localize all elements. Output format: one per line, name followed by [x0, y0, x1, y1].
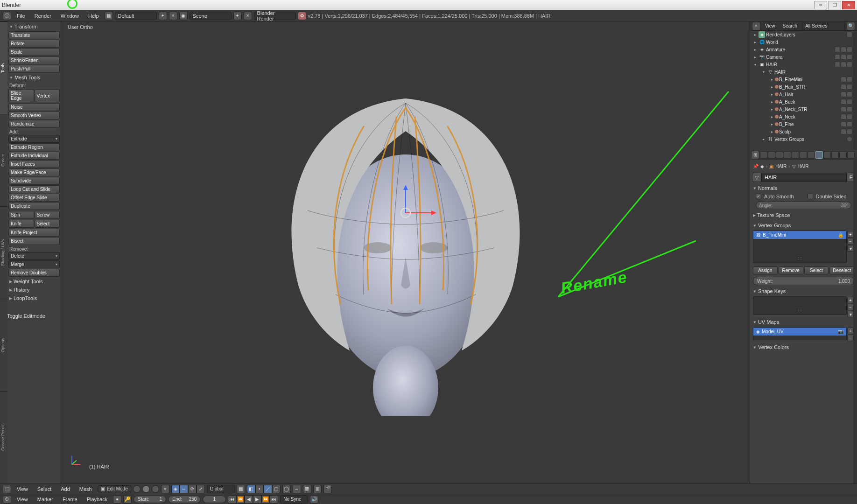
- uvmap-remove-button[interactable]: −: [847, 335, 854, 341]
- grip-icon[interactable]: ∷: [753, 308, 846, 314]
- current-frame-field[interactable]: 1: [203, 496, 226, 503]
- grip-icon[interactable]: ∷: [753, 256, 846, 262]
- menu-file[interactable]: File: [13, 12, 29, 20]
- meshdata-icon[interactable]: ▽: [752, 173, 761, 182]
- viewport-editor-icon[interactable]: ⬚: [3, 485, 11, 493]
- uv-map-item[interactable]: ◈ Model_UV 📷: [753, 328, 846, 336]
- outliner-row[interactable]: ▸📷Camera: [750, 53, 857, 61]
- tmenu-playback[interactable]: Playback: [83, 496, 112, 503]
- shape-keys-list[interactable]: ∷ + − ▾: [753, 296, 847, 315]
- outliner-row[interactable]: ▸🌐World: [750, 38, 857, 46]
- extrude-individual-button[interactable]: Extrude Individual: [8, 152, 60, 160]
- rotate-manipulator-button[interactable]: ⟳: [188, 485, 197, 493]
- translate-manipulator-button[interactable]: ↔: [180, 485, 188, 493]
- weight-slider[interactable]: Weight: 1.000: [753, 277, 854, 285]
- keyframe-next-button[interactable]: ⏩: [261, 495, 270, 504]
- autokey-button[interactable]: ●: [113, 495, 121, 504]
- outliner-row[interactable]: ▸A_Neck: [750, 113, 857, 120]
- expand-toggle-icon[interactable]: ▸: [753, 48, 758, 52]
- expand-toggle-icon[interactable]: ▸: [770, 77, 774, 82]
- face-select-button[interactable]: ▢: [272, 485, 281, 493]
- limit-selection-button[interactable]: ◧: [247, 485, 255, 493]
- shrink-fatten-button[interactable]: Shrink/Fatten: [8, 56, 60, 64]
- snap-element-button[interactable]: ⊞: [313, 485, 322, 493]
- mode-selector[interactable]: ▣ Edit Mode: [98, 485, 131, 492]
- layout-selector[interactable]: Default: [115, 12, 157, 20]
- panel-transform-header[interactable]: Transform: [8, 22, 60, 31]
- shading-flat-button[interactable]: [133, 485, 140, 493]
- lock-icon[interactable]: 🔒: [838, 232, 843, 238]
- slide-edge-button[interactable]: Slide Edge: [8, 89, 34, 102]
- prop-tab-world[interactable]: [784, 151, 791, 159]
- auto-smooth-checkbox[interactable]: ✓: [756, 194, 761, 199]
- subdivide-button[interactable]: Subdivide: [8, 177, 60, 185]
- camera-icon[interactable]: 📷: [838, 329, 843, 334]
- vgroup-add-button[interactable]: +: [847, 231, 854, 238]
- outliner-row[interactable]: ▸B_Fine: [750, 120, 857, 128]
- restrict-rend-button[interactable]: [847, 54, 852, 60]
- render-engine-selector[interactable]: Blender Render: [254, 12, 296, 20]
- expand-toggle-icon[interactable]: ▸: [770, 107, 774, 112]
- mesh-name-input[interactable]: [761, 173, 847, 182]
- jump-end-button[interactable]: ⏭: [270, 495, 278, 504]
- scale-manipulator-button[interactable]: ⤢: [197, 485, 205, 493]
- restrict-sel-button[interactable]: [841, 47, 846, 52]
- extrude-dropdown[interactable]: Extrude: [8, 135, 60, 143]
- keyframe-prev-button[interactable]: ⏪: [236, 495, 245, 504]
- 3d-viewport[interactable]: User Ortho: [61, 21, 750, 483]
- expand-toggle-icon[interactable]: ▸: [753, 40, 758, 44]
- screw-button[interactable]: Screw: [35, 211, 60, 219]
- keying-set-button[interactable]: 🔑: [123, 495, 132, 504]
- panel-uv-maps-header[interactable]: UV Maps: [752, 318, 855, 326]
- restrict-sel-button[interactable]: [841, 62, 846, 67]
- merge-dropdown[interactable]: Merge: [8, 260, 60, 268]
- deselect-button[interactable]: Deselect: [829, 266, 854, 274]
- vtab-create[interactable]: Create: [0, 114, 7, 206]
- expand-toggle-icon[interactable]: ▸: [770, 130, 774, 134]
- angle-slider[interactable]: Angle: 30°: [756, 202, 851, 209]
- outliner-row[interactable]: ▾▣HAIR: [750, 61, 857, 68]
- expand-toggle-icon[interactable]: ▸: [770, 122, 774, 126]
- screen-layout-icon[interactable]: ▦: [105, 12, 113, 20]
- vtab-tools[interactable]: Tools: [0, 21, 7, 114]
- scene-remove-button[interactable]: ×: [244, 12, 252, 20]
- shading-textured-button[interactable]: [152, 485, 159, 493]
- outliner-scrollbar[interactable]: [853, 31, 857, 150]
- outliner-row[interactable]: ▸⛓Vertex Groups: [750, 135, 857, 143]
- vtab-options[interactable]: Options: [0, 299, 7, 391]
- vmenu-mesh[interactable]: Mesh: [76, 485, 96, 493]
- shapekey-remove-button[interactable]: −: [847, 304, 854, 310]
- crumb-object[interactable]: HAIR: [775, 164, 787, 169]
- outliner-search-icon[interactable]: 🔍: [847, 22, 855, 30]
- vtab-shading-uvs[interactable]: Shading / UVs: [0, 206, 7, 299]
- snap-button[interactable]: 𝌆: [303, 485, 311, 493]
- scene-add-button[interactable]: +: [233, 12, 242, 20]
- vertex-select-button[interactable]: •: [255, 485, 264, 493]
- smooth-vertex-button[interactable]: Smooth Vertex: [8, 112, 60, 119]
- prop-tab-data[interactable]: [815, 151, 823, 159]
- expand-toggle-icon[interactable]: ▸: [770, 115, 774, 119]
- outliner-row[interactable]: ▸Scalp: [750, 128, 857, 135]
- knife-select-button[interactable]: Select: [35, 220, 60, 228]
- outliner-row[interactable]: ▸◆RenderLayers: [750, 31, 857, 38]
- panel-vertex-colors-header[interactable]: Vertex Colors: [752, 343, 855, 351]
- make-edge-face-button[interactable]: Make Edge/Face: [8, 168, 60, 176]
- info-editor-icon[interactable]: ⓘ: [3, 12, 11, 20]
- vgroup-specials-button[interactable]: ▾: [847, 245, 854, 252]
- panel-history-header[interactable]: History: [8, 286, 60, 294]
- restrict-sel-button[interactable]: [841, 54, 846, 60]
- minimize-button[interactable]: ━: [814, 1, 827, 9]
- play-reverse-button[interactable]: ◀: [245, 495, 253, 504]
- tmenu-marker[interactable]: Marker: [34, 496, 57, 503]
- expand-toggle-icon[interactable]: ▸: [753, 55, 758, 59]
- noise-button[interactable]: Noise: [8, 103, 60, 111]
- vmenu-select[interactable]: Select: [34, 485, 56, 493]
- layers-button-1[interactable]: ▦: [237, 485, 245, 493]
- vtab-grease-pencil[interactable]: Grease Pencil: [0, 391, 7, 483]
- knife-button[interactable]: Knife: [8, 220, 34, 228]
- vertex-groups-list[interactable]: ⛓ B_FineMini 🔒 ∷ + − ▾: [753, 231, 847, 263]
- expand-toggle-icon[interactable]: ▸: [770, 85, 774, 89]
- expand-toggle-icon[interactable]: ▾: [761, 70, 766, 74]
- expand-toggle-icon[interactable]: ▸: [753, 33, 758, 37]
- select-button[interactable]: Select: [804, 266, 829, 274]
